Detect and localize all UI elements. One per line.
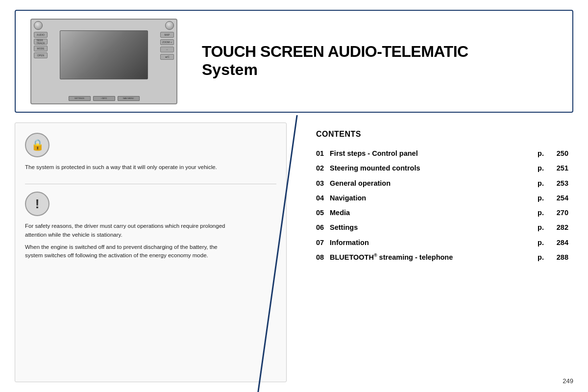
safety-notice-text2: When the engine is switched off and to p… [25,243,231,260]
contents-page-03: 253 [549,178,568,188]
zoom-minus-btn: – [160,47,174,52]
contents-page-07: 284 [549,238,568,247]
contents-p-04: p. [538,193,544,203]
contents-title: CONTENTS [316,130,568,139]
title-area: TOUCH SCREEN AUDIO-TELEMATIC System [182,43,563,79]
contents-p-08: p. [538,252,544,262]
device-bottom-row: SETTINGS • INFO NAVI MENU [69,96,140,101]
left-knob [34,21,43,30]
contents-page-01: 250 [549,148,568,158]
right-knob [165,21,174,30]
contents-row-08: 08 BLUETOOTH® streaming - telephone p. 2… [316,252,568,262]
arrow-btn: ◄/C [160,54,174,60]
contents-label-05: Media [330,208,538,218]
contents-label-04: Navigation [330,193,538,203]
page-number: 249 [563,377,573,385]
registered-trademark: ® [374,253,377,258]
lock-notice-text: The system is protected in such a way th… [25,163,217,172]
exclamation-icon: ! [35,196,40,212]
contents-p-05: p. [538,208,544,218]
contents-row-01: 01 First steps - Control panel p. 250 [316,148,568,158]
contents-num-02: 02 [316,163,330,173]
device-right-buttons: MAP ZOOM + – ◄/C [160,32,174,60]
contents-p-03: p. [538,178,544,188]
contents-p-07: p. [538,238,544,247]
contents-row-06: 06 Settings p. 282 [316,222,568,232]
lock-icon-circle: 🔒 [25,133,49,157]
navi-menu-btn: NAVI MENU [118,96,140,101]
device-container: AUDIO SEEKTRACK MODE OPEN MAP ZOOM + – ◄… [25,19,182,104]
contents-page-08: 288 [549,252,568,262]
contents-row-07: 07 Information p. 284 [316,238,568,247]
zoom-btn: ZOOM + [160,39,174,45]
page-container: AUDIO SEEKTRACK MODE OPEN MAP ZOOM + – ◄… [0,0,588,392]
main-subtitle: System [202,60,563,79]
contents-table: 01 First steps - Control panel p. 250 02… [316,148,568,262]
contents-row-02: 02 Steering mounted controls p. 251 [316,163,568,173]
contents-num-08: 08 [316,252,330,262]
left-panel: 🔒 The system is protected in such a way … [15,122,287,382]
device-top-row [31,20,176,31]
lock-notice-box: 🔒 The system is protected in such a way … [25,133,276,172]
mode-btn: MODE [34,46,48,51]
contents-row-05: 05 Media p. 270 [316,208,568,218]
contents-label-02: Steering mounted controls [330,163,538,173]
lock-icon: 🔒 [31,139,44,151]
contents-label-07: Information [330,238,538,247]
seek-track-btn: SEEKTRACK [34,39,48,45]
contents-p-06: p. [538,222,544,232]
exclamation-icon-circle: ! [25,192,49,216]
contents-num-06: 06 [316,222,330,232]
contents-label-01: First steps - Control panel [330,148,538,158]
contents-p-02: p. [538,163,544,173]
open-btn: OPEN [34,52,48,58]
right-panel: CONTENTS 01 First steps - Control panel … [296,122,573,382]
contents-row-04: 04 Navigation p. 254 [316,193,568,203]
contents-num-01: 01 [316,148,330,158]
warning-notice-box: ! For safety reasons, the driver must ca… [25,192,276,260]
contents-num-03: 03 [316,178,330,188]
device-screen [60,30,148,79]
device-image: AUDIO SEEKTRACK MODE OPEN MAP ZOOM + – ◄… [30,19,177,104]
top-section: AUDIO SEEKTRACK MODE OPEN MAP ZOOM + – ◄… [15,10,573,113]
contents-page-02: 251 [549,163,568,173]
map-btn: MAP [160,32,174,38]
info-btn: • INFO [93,96,115,101]
contents-page-05: 270 [549,208,568,218]
main-title: TOUCH SCREEN AUDIO-TELEMATIC [202,43,563,60]
contents-label-08: BLUETOOTH® streaming - telephone [330,252,538,262]
contents-num-05: 05 [316,208,330,218]
divider-line [25,184,276,184]
contents-num-07: 07 [316,238,330,247]
contents-label-06: Settings [330,222,538,232]
contents-page-06: 282 [549,222,568,232]
safety-notice-text1: For safety reasons, the driver must carr… [25,222,231,239]
bottom-section: 🔒 The system is protected in such a way … [15,122,573,382]
contents-p-01: p. [538,148,544,158]
contents-num-04: 04 [316,193,330,203]
settings-btn: SETTINGS [69,96,91,101]
contents-page-04: 254 [549,193,568,203]
contents-label-03: General operation [330,178,538,188]
audio-btn: AUDIO [34,32,48,38]
device-left-buttons: AUDIO SEEKTRACK MODE OPEN [34,32,48,58]
contents-row-03: 03 General operation p. 253 [316,178,568,188]
